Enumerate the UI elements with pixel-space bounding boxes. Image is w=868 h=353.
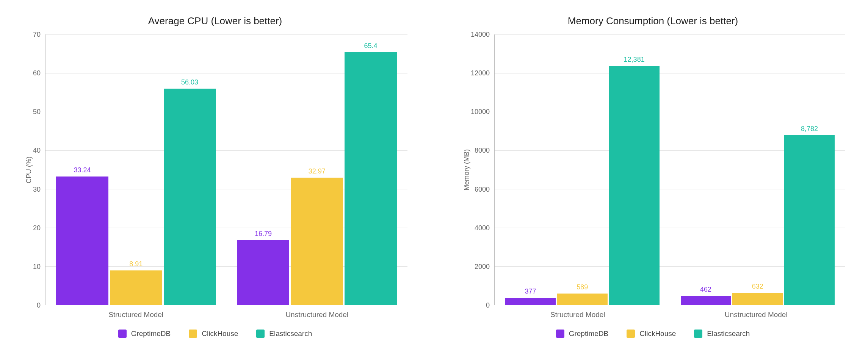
legend-label: Elasticsearch — [269, 330, 312, 338]
bar-rect — [609, 66, 660, 305]
bar: 632 — [732, 34, 783, 305]
legend-label: ClickHouse — [639, 330, 676, 338]
x-axis-categories: Structured Model Unstructured Model — [23, 311, 407, 319]
bar-rect — [784, 135, 835, 305]
bar-value-label: 632 — [752, 283, 763, 291]
swatch-icon — [556, 330, 564, 338]
bar: 589 — [557, 34, 608, 305]
bar-rect — [505, 298, 556, 305]
swatch-icon — [627, 330, 635, 338]
swatch-icon — [694, 330, 702, 338]
x-category: Unstructured Model — [227, 311, 408, 319]
legend-label: ClickHouse — [202, 330, 238, 338]
bar-group: 4626328,782 — [670, 34, 845, 305]
bar: 462 — [681, 34, 731, 305]
bar-rect — [681, 296, 731, 305]
bar-value-label: 8,782 — [801, 125, 818, 133]
bar-rect — [557, 294, 608, 305]
x-category: Unstructured Model — [667, 311, 846, 319]
bar-rect — [56, 176, 108, 305]
bar-value-label: 462 — [700, 286, 711, 294]
bar-group: 33.248.9156.03 — [45, 34, 226, 305]
legend-label: GreptimeDB — [569, 330, 609, 338]
bar-rect — [237, 240, 290, 305]
chart-title: Average CPU (Lower is better) — [23, 15, 407, 27]
bar: 65.4 — [345, 34, 397, 305]
bar: 16.79 — [237, 34, 290, 305]
y-axis-label: CPU (%) — [23, 34, 33, 305]
bar-group: 16.7932.9765.4 — [227, 34, 407, 305]
bar: 32.97 — [291, 34, 343, 305]
x-category: Structured Model — [489, 311, 667, 319]
bar-rect — [164, 89, 216, 305]
bar-rect — [732, 293, 783, 305]
swatch-icon — [189, 330, 197, 338]
bar-value-label: 32.97 — [309, 167, 326, 175]
bar: 12,381 — [609, 34, 660, 305]
bar-value-label: 56.03 — [181, 78, 198, 86]
bar-groups: 37758912,3814626328,782 — [495, 34, 845, 305]
plot-row: Memory (MB) 1400012000100008000600040002… — [461, 34, 845, 305]
legend-item-elasticsearch: Elasticsearch — [256, 330, 312, 338]
legend-label: GreptimeDB — [131, 330, 171, 338]
bar-value-label: 16.79 — [255, 230, 272, 238]
bar-rect — [291, 178, 343, 305]
bar-groups: 33.248.9156.0316.7932.9765.4 — [45, 34, 407, 305]
bar-group: 37758912,381 — [495, 34, 670, 305]
x-axis-categories: Structured Model Unstructured Model — [461, 311, 845, 319]
bar: 8.91 — [110, 34, 162, 305]
bar: 33.24 — [56, 34, 108, 305]
bar: 8,782 — [784, 34, 835, 305]
plot-area: 33.248.9156.0316.7932.9765.4 — [45, 34, 407, 305]
bar-value-label: 65.4 — [364, 42, 378, 50]
legend-item-clickhouse: ClickHouse — [189, 330, 238, 338]
legend: GreptimeDB ClickHouse Elasticsearch — [23, 330, 407, 338]
y-axis-label: Memory (MB) — [461, 34, 471, 305]
swatch-icon — [256, 330, 265, 338]
plot-row: CPU (%) 706050403020100 33.248.9156.0316… — [23, 34, 407, 305]
swatch-icon — [118, 330, 127, 338]
bar-value-label: 12,381 — [624, 56, 645, 64]
legend: GreptimeDB ClickHouse Elasticsearch — [461, 330, 845, 338]
legend-item-elasticsearch: Elasticsearch — [694, 330, 750, 338]
chart-avg-cpu: Average CPU (Lower is better) CPU (%) 70… — [11, 15, 419, 338]
legend-item-greptimedb: GreptimeDB — [556, 330, 609, 338]
bar-rect — [345, 52, 397, 305]
bar-value-label: 377 — [525, 287, 536, 295]
legend-item-clickhouse: ClickHouse — [627, 330, 676, 338]
bar: 56.03 — [164, 34, 216, 305]
bar-value-label: 33.24 — [74, 166, 91, 174]
x-category: Structured Model — [45, 311, 227, 319]
legend-item-greptimedb: GreptimeDB — [118, 330, 171, 338]
bar: 377 — [505, 34, 556, 305]
bar-value-label: 8.91 — [129, 260, 143, 268]
plot-area: 37758912,3814626328,782 — [494, 34, 845, 305]
bar-rect — [110, 270, 162, 305]
legend-label: Elasticsearch — [707, 330, 750, 338]
y-axis-ticks: 706050403020100 — [33, 34, 45, 305]
y-axis-ticks: 14000120001000080006000400020000 — [471, 34, 494, 305]
chart-title: Memory Consumption (Lower is better) — [461, 15, 845, 27]
chart-memory: Memory Consumption (Lower is better) Mem… — [449, 15, 857, 338]
bar-value-label: 589 — [577, 283, 588, 291]
